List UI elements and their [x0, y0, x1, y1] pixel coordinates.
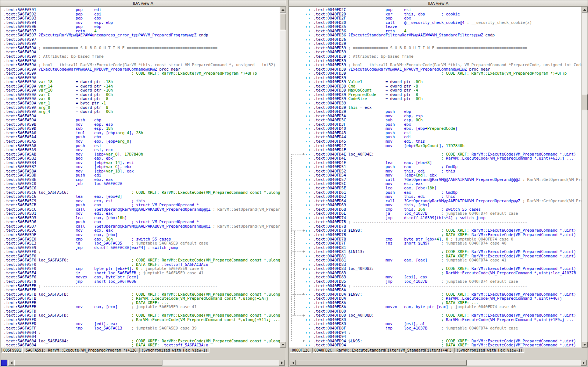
vertical-scrollbar[interactable]	[581, 7, 587, 348]
scroll-down-button[interactable]	[280, 342, 286, 348]
marker-dot	[306, 90, 307, 91]
marker-dot	[309, 336, 310, 338]
marker-dot	[306, 204, 307, 206]
marker-dot	[309, 192, 310, 193]
marker-dot	[309, 141, 310, 142]
marker-dot	[309, 22, 310, 24]
marker-dot	[309, 73, 310, 74]
marker-dot	[309, 217, 310, 219]
jump-line	[291, 231, 303, 231]
scrollbar-thumb[interactable]	[14, 360, 162, 366]
code-line[interactable]: .text:5A6FA5C0 jnb loc_5A6FAC2A	[4, 182, 280, 186]
marker-dot	[309, 200, 310, 202]
marker-dot	[306, 141, 307, 142]
scrollbar-track[interactable]	[582, 13, 587, 342]
code-line[interactable]: .text:5A6FA59A ; CODE XREF: RarVM::Execu…	[4, 71, 280, 76]
scroll-right-button[interactable]	[279, 360, 285, 366]
code-line[interactable]: .text:5A6FA5FB ; -----------------------…	[4, 284, 280, 288]
marker-dot	[306, 26, 307, 28]
code-line[interactable]: .text:0040FD7B ; -----------------------…	[313, 220, 582, 224]
scroll-down-button[interactable]	[582, 342, 588, 348]
code-line[interactable]: .text:5A6FA5FB mov eax, [ecx] ; jumptabl…	[4, 305, 280, 309]
code-line[interactable]: .text:5A6FA597	[4, 38, 280, 42]
marker-dot	[309, 260, 310, 261]
code-line[interactable]: .text:5A6FA59A ; =============== S U B R…	[4, 46, 280, 50]
marker-dot	[309, 115, 310, 117]
marker-dot	[309, 277, 310, 278]
status-sync: (Synchronized with Hex View-1)	[139, 348, 209, 353]
scrollbar-track[interactable]	[280, 13, 286, 342]
arrow-left-icon	[292, 361, 294, 364]
scroll-right-button[interactable]	[581, 360, 587, 366]
disassembly-listing[interactable]: .text:0040FD2C pop esi.text:0040FD2D xor…	[313, 8, 582, 348]
window-titlebar[interactable]: IDA View-A	[0, 0, 286, 7]
marker-dot	[306, 52, 307, 53]
code-line[interactable]: .text:0040FD39 ; =============== S U B R…	[313, 46, 582, 50]
code-line[interactable]: .text:0040FD39 ; CODE XREF: RarVM::Execu…	[313, 71, 582, 76]
marker-dot	[309, 209, 310, 210]
scrollbar-track[interactable]	[296, 360, 581, 366]
marker-dot	[306, 319, 307, 321]
jump-line	[291, 269, 303, 269]
code-line[interactable]: .text:0040FD47 mov [ebp+MaxOpCount], 17D…	[313, 144, 582, 148]
jump-arrow-icon	[303, 340, 305, 342]
marker-dot	[309, 268, 310, 270]
code-line[interactable]: .text:0040FD36	[313, 38, 582, 42]
code-line[interactable]: .text:5A6FA604 ; DATA XREF: .text:off_5A…	[4, 343, 280, 348]
code-line[interactable]: .text:5A6FA597 ?Execute@RarVM@@QAE?AW4un…	[4, 33, 280, 38]
code-line[interactable]: .text:0040FD81 mov eax, [eax] ; jumptabl…	[313, 258, 582, 263]
marker-dot	[309, 289, 310, 291]
horizontal-scrollbar[interactable]	[8, 360, 285, 366]
code-line[interactable]: .text:5A6FA604 ; -----------------------…	[4, 331, 280, 335]
marker-dot	[309, 251, 310, 253]
marker-dot	[309, 145, 310, 147]
marker-dot	[306, 217, 307, 219]
horizontal-scrollbar[interactable]	[290, 360, 587, 366]
scroll-up-button[interactable]	[280, 7, 286, 13]
code-line[interactable]: .text:0040FD94 ; -----------------------…	[313, 331, 582, 335]
scrollbar-thumb[interactable]	[582, 94, 588, 110]
marker-dot	[306, 115, 307, 117]
arrow-left-icon	[11, 361, 12, 364]
scroll-left-button[interactable]	[8, 360, 14, 366]
status-location: 5A6FA591: RarVM::Execute(VM_PreparedProg…	[24, 348, 138, 353]
vertical-scrollbar[interactable]	[280, 7, 286, 348]
marker-dot	[309, 107, 310, 108]
disassembly-view[interactable]: .text:0040FD2C pop esi.text:0040FD2D xor…	[289, 7, 582, 348]
window-title: IDA View-A	[133, 1, 153, 6]
code-line[interactable]: .text:0040FD7F jnz short $LN97 ; jumptab…	[313, 241, 582, 246]
code-line[interactable]: .text:5A6FA59A arg_4 = dword ptr 0Ch	[4, 110, 280, 114]
scrollbar-thumb[interactable]	[296, 360, 467, 366]
disassembly-view[interactable]: .text:5A6FA591 pop edi.text:5A6FA592 pop…	[1, 7, 280, 348]
marker-dot	[309, 14, 310, 15]
code-line[interactable]: .text:0040FD8A movzx eax, byte ptr [eax]…	[313, 305, 582, 309]
marker-dot	[309, 103, 310, 104]
marker-dot	[309, 298, 310, 299]
scroll-left-button[interactable]	[290, 360, 296, 366]
scroll-up-button[interactable]	[582, 7, 588, 13]
marker-dot	[309, 90, 310, 91]
jump-line	[291, 252, 303, 252]
disassembly-listing[interactable]: .text:5A6FA591 pop edi.text:5A6FA592 pop…	[4, 8, 280, 348]
marker-dot	[309, 213, 310, 214]
jump-arrow-icon	[303, 314, 305, 317]
scrollbar-track[interactable]	[14, 360, 279, 366]
code-line[interactable]: .text:0040FD94 ; DATA XREF: RarVM::Execu…	[313, 343, 582, 348]
code-line[interactable]: .text:0040FD39 ; Attributes: bp-based fr…	[313, 54, 582, 59]
marker-dot	[309, 111, 310, 113]
marker-dot	[309, 35, 310, 36]
code-line[interactable]: .text:0040FD36 ?ExecuteStandardFilter@Ra…	[313, 33, 582, 38]
marker-dot	[309, 307, 310, 308]
marker-dot	[309, 272, 310, 274]
marker-dot	[306, 307, 307, 308]
code-line[interactable]: .text:0040FD8A ; -----------------------…	[313, 284, 582, 288]
code-line[interactable]: .text:5A6FA59A ; Attributes: bp-based fr…	[4, 54, 280, 59]
code-line[interactable]: .text:5A6FA5F0 ; -----------------------…	[4, 250, 280, 254]
window-titlebar[interactable]: IDA View-A	[289, 0, 588, 7]
code-line[interactable]: .text:0040FD39 CodeSize = dword ptr 0Ch	[313, 97, 582, 101]
marker-dot	[309, 302, 310, 304]
marker-dot	[306, 268, 307, 270]
marker-dot	[309, 230, 310, 232]
marker-dot	[309, 341, 310, 342]
scrollbar-thumb[interactable]	[280, 14, 286, 30]
